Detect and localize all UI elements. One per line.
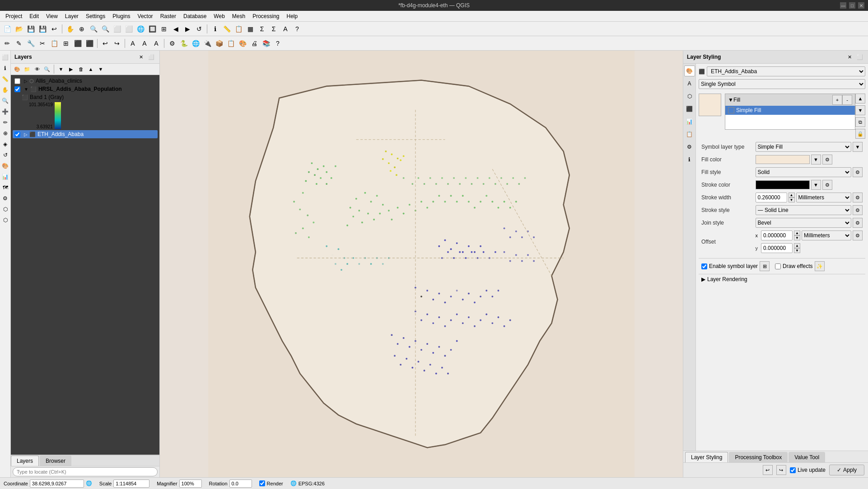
undo-button[interactable]: ↩ — [100, 38, 111, 49]
spatial-query-tool[interactable]: ⚙ — [0, 193, 10, 203]
minimize-button[interactable]: — — [840, 2, 846, 9]
remove-layer-btn[interactable]: 🗑 — [76, 65, 85, 74]
stroke-width-extra-btn[interactable]: ⚙ — [853, 193, 863, 202]
digitize-tool[interactable]: ✏ — [0, 118, 10, 127]
tips-button[interactable]: ? — [292, 24, 303, 34]
filter-layer-btn[interactable]: 🔍 — [42, 65, 51, 74]
digitize-adv-btn[interactable]: ⚙ — [167, 38, 177, 49]
new-project-button[interactable]: 📄 — [2, 24, 13, 34]
fill-color-box[interactable] — [756, 155, 810, 164]
collapse-all-btn[interactable]: ▶ — [66, 65, 75, 74]
sym-up-btn[interactable]: ▲ — [855, 94, 865, 103]
layer-item-allis[interactable]: ▷ ⬡ Allis_Ababa_clinics — [13, 77, 158, 85]
identify-button[interactable]: ℹ — [210, 24, 220, 34]
menu-edit[interactable]: Edit — [26, 12, 42, 20]
zoom-in-button[interactable]: 🔍 — [88, 24, 99, 34]
pan-tool[interactable]: ✋ — [0, 85, 10, 95]
stroke-width-unit-select[interactable]: Millimeters — [796, 193, 851, 202]
stroke-width-spin-down[interactable]: ▼ — [789, 197, 795, 202]
style-tab-metadata[interactable]: ℹ — [684, 154, 695, 165]
digitize-btn2[interactable]: ✂ — [37, 38, 48, 49]
tab-value-tool[interactable]: Value Tool — [789, 452, 825, 462]
measure-tool[interactable]: 📏 — [0, 74, 10, 84]
fill-style-select[interactable]: Solid — [756, 167, 851, 177]
menu-help[interactable]: Help — [283, 12, 302, 20]
menu-plugins[interactable]: Plugins — [109, 12, 134, 20]
plugin-mgr-btn[interactable]: 🔌 — [202, 38, 213, 49]
menu-web[interactable]: Web — [210, 12, 228, 20]
statistics-button[interactable]: Σ — [268, 24, 279, 34]
stroke-color-box[interactable] — [756, 180, 810, 189]
offset-extra-btn[interactable]: ⚙ — [853, 230, 863, 240]
layer-expand-eth[interactable]: ▷ — [24, 132, 28, 137]
browser-btn3[interactable]: 📦 — [214, 38, 224, 49]
stroke-width-input[interactable] — [756, 193, 787, 202]
digitize-btn6[interactable]: ⬛ — [84, 38, 95, 49]
layers-float-btn[interactable]: ⬜ — [147, 52, 156, 61]
tab-processing-toolbox[interactable]: Processing Toolbox — [729, 452, 788, 462]
zoom-layer-button[interactable]: 🔲 — [147, 24, 158, 34]
save-project-button[interactable]: 💾 — [25, 24, 36, 34]
menu-mesh[interactable]: Mesh — [229, 12, 249, 20]
save-as-button[interactable]: 💾 — [37, 24, 48, 34]
offset-x-spin-up[interactable]: ▲ — [794, 230, 800, 235]
layer-item-band[interactable]: ⬛ Band 1 (Gray) — [20, 93, 158, 101]
vertex-tool[interactable]: ◈ — [0, 139, 10, 149]
rotation-input[interactable] — [229, 480, 252, 488]
join-style-extra-btn[interactable]: ⚙ — [853, 218, 863, 228]
stroke-color-dropdown-btn[interactable]: ▼ — [811, 180, 821, 190]
layer-selector-dropdown[interactable]: ETH_Addis_Ababa — [707, 66, 865, 76]
zoom-out-button[interactable]: 🔍 — [100, 24, 111, 34]
node-tool[interactable]: ⊕ — [0, 128, 10, 138]
deselect-button[interactable]: Σ — [257, 24, 267, 34]
measure-button[interactable]: 📏 — [221, 24, 232, 34]
sym-down-btn[interactable]: ▼ — [855, 105, 865, 115]
draw-effects-extra-btn[interactable]: ✨ — [815, 261, 825, 271]
join-style-select[interactable]: Bevel — [756, 218, 851, 228]
symbol-type-selector[interactable]: Single Symbol — [699, 79, 865, 89]
python-button[interactable]: 🐍 — [178, 38, 189, 49]
offset-y-spin-up[interactable]: ▲ — [794, 243, 800, 248]
open-project-button[interactable]: 📂 — [14, 24, 24, 34]
style-tab-labels[interactable]: A — [684, 78, 695, 89]
layer-item-hrsl[interactable]: ▼ ⬛ HRSL_Addis_Ababa_Population — [13, 85, 158, 93]
layer-rendering-title[interactable]: ▶ Layer Rendering — [701, 276, 863, 282]
draw-effects-checkbox[interactable] — [775, 263, 781, 269]
label-tool2-button[interactable]: A — [139, 38, 150, 49]
browser-btn2[interactable]: 🌐 — [190, 38, 201, 49]
maximize-button[interactable]: □ — [849, 2, 855, 9]
layer-check-hrsl[interactable] — [14, 86, 20, 92]
offset-unit-select[interactable]: Millimeters — [802, 230, 851, 240]
menu-vector[interactable]: Vector — [134, 12, 157, 20]
zoom-native-button[interactable]: ⬜ — [123, 24, 134, 34]
tab-browser[interactable]: Browser — [40, 456, 71, 466]
menu-database[interactable]: Database — [180, 12, 210, 20]
help-btn[interactable]: ? — [272, 38, 283, 49]
label-tool-button[interactable]: A — [127, 38, 138, 49]
style-tab-symbology[interactable]: 🎨 — [684, 66, 695, 76]
label-tool3-button[interactable]: A — [151, 38, 162, 49]
style-tool[interactable]: 🎨 — [0, 161, 10, 171]
add-layer-tool[interactable]: ➕ — [0, 107, 10, 117]
digitize-btn3[interactable]: 📋 — [49, 38, 60, 49]
enable-symbol-layer-checkbox[interactable] — [701, 263, 707, 269]
tab-layer-styling[interactable]: Layer Styling — [685, 452, 728, 462]
toggle-visibility-btn[interactable]: 👁 — [33, 65, 42, 74]
open-layer-styling-btn[interactable]: 🎨 — [13, 65, 22, 74]
refresh-button[interactable]: ↺ — [194, 24, 205, 34]
select-features-tool[interactable]: ⬜ — [0, 52, 10, 62]
identify-tool[interactable]: ℹ — [0, 63, 10, 73]
style-tab-mask[interactable]: ⬡ — [684, 91, 695, 102]
symbol-layer-type-dropdown-btn[interactable]: ▼ — [853, 142, 863, 152]
magnifier-input[interactable] — [179, 480, 202, 488]
redo-history-btn[interactable]: ↪ — [776, 465, 786, 475]
zoom-selection-button[interactable]: ⊞ — [159, 24, 169, 34]
panel-float-btn[interactable]: ⬜ — [855, 52, 864, 61]
stroke-style-extra-btn[interactable]: ⚙ — [853, 205, 863, 215]
menu-settings[interactable]: Settings — [82, 12, 109, 20]
fill-color-dropdown-btn[interactable]: ▼ — [811, 155, 821, 165]
layer-check-eth[interactable] — [14, 132, 20, 137]
snap-button[interactable]: 🔧 — [25, 38, 36, 49]
digitize-btn4[interactable]: ⊞ — [61, 38, 71, 49]
rotation-tool[interactable]: ↺ — [0, 150, 10, 160]
